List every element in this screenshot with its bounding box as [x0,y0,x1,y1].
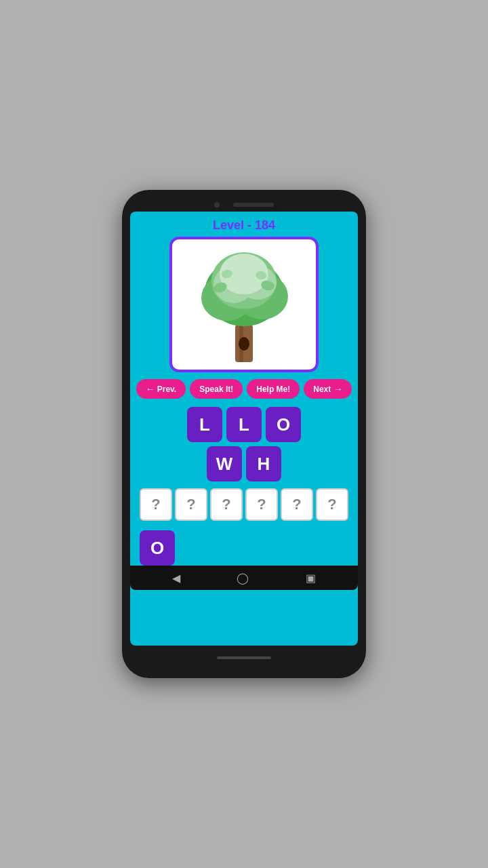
letter-tile-L2[interactable]: L [226,407,262,442]
image-container [169,237,319,372]
recents-nav-icon[interactable]: ▣ [306,572,316,585]
letter-tile-O[interactable]: O [266,407,301,442]
answer-slot-3[interactable]: ? [210,488,243,521]
answer-slot-2[interactable]: ? [175,488,207,521]
prev-label: Prev. [157,384,176,394]
letter-tile-H[interactable]: H [246,446,281,481]
letters-row-1: L L O [187,407,301,442]
answer-slot-1[interactable]: ? [140,488,172,521]
speak-label: Speak It! [199,384,233,394]
phone-bottom [130,650,358,666]
svg-point-2 [239,337,249,351]
answer-slot-5[interactable]: ? [281,488,313,521]
help-label: Help Me! [256,384,290,394]
home-nav-icon[interactable]: ◯ [237,572,249,585]
phone-top-bar [130,202,358,208]
letter-tile-L1[interactable]: L [187,407,222,442]
prev-button[interactable]: ← Prev. [136,379,186,399]
phone-speaker [233,203,274,207]
level-title: Level - 184 [213,212,275,237]
speak-button[interactable]: Speak It! [190,379,243,399]
back-nav-icon[interactable]: ◀ [172,572,180,585]
action-buttons-row: ← Prev. Speak It! Help Me! Next → [136,379,352,399]
answer-slot-4[interactable]: ? [245,488,278,521]
help-button[interactable]: Help Me! [247,379,300,399]
phone-nav-bar: ◀ ◯ ▣ [130,566,358,590]
letter-tile-W[interactable]: W [207,446,242,481]
letters-row-2: W H [207,446,281,481]
phone-device: Level - 184 [122,190,366,678]
next-arrow-icon: → [333,384,342,394]
home-indicator [217,656,271,659]
prev-arrow-icon: ← [146,384,155,394]
phone-screen: Level - 184 [130,212,358,646]
answer-row: ? ? ? ? ? ? [140,488,348,521]
letters-grid: L L O W H [187,407,301,481]
answer-slot-6[interactable]: ? [316,488,348,521]
phone-camera [214,202,220,208]
selected-letter-tile[interactable]: O [140,530,175,566]
next-button[interactable]: Next → [304,379,352,399]
tree-image [186,243,302,366]
next-label: Next [313,384,331,394]
